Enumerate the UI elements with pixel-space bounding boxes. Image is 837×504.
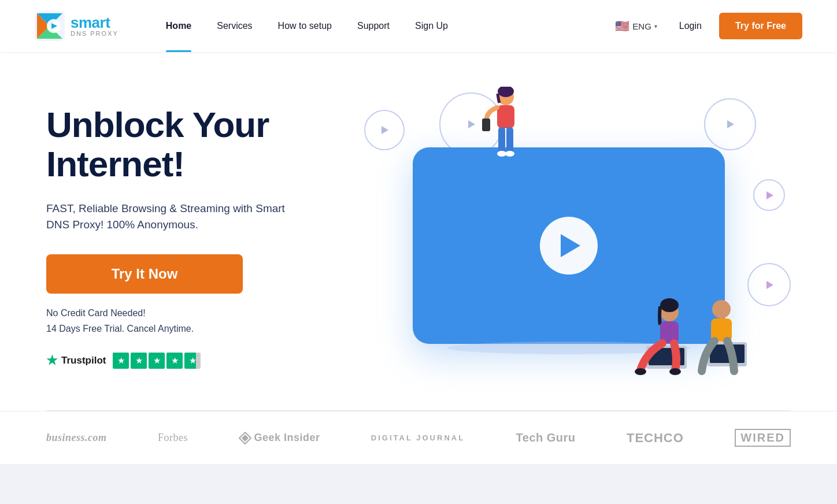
logo-text: smart DNS PROXY bbox=[71, 15, 118, 37]
play-triangle-icon bbox=[561, 234, 580, 257]
login-button[interactable]: Login bbox=[672, 16, 709, 36]
trustpilot-area: ★ Trustpilot ★ ★ ★ ★ ★ bbox=[46, 353, 324, 369]
nav-services[interactable]: Services bbox=[204, 0, 265, 52]
float-circle-2 bbox=[704, 98, 756, 150]
nav-home[interactable]: Home bbox=[153, 0, 204, 52]
mini-play-icon-3 bbox=[766, 191, 773, 199]
trust-stars-bar: ★ ★ ★ ★ ★ bbox=[113, 353, 201, 369]
media-logo-forbes: Forbes bbox=[158, 432, 188, 444]
svg-point-15 bbox=[660, 298, 679, 312]
svg-rect-9 bbox=[482, 118, 490, 131]
svg-rect-8 bbox=[497, 105, 514, 128]
float-circle-3 bbox=[753, 179, 785, 211]
main-nav: Home Services How to setup Support Sign … bbox=[153, 0, 611, 52]
mini-play-icon-1 bbox=[382, 126, 388, 134]
logo-icon bbox=[35, 11, 65, 41]
media-logo-geek-insider: Geek Insider bbox=[239, 432, 320, 444]
media-logo-business: business.com bbox=[46, 432, 107, 444]
svg-point-12 bbox=[497, 151, 506, 157]
people-bottom-illustration bbox=[629, 295, 756, 381]
svg-point-20 bbox=[669, 368, 681, 375]
hero-illustration bbox=[347, 98, 791, 376]
us-flag-icon: 🇺🇸 bbox=[615, 19, 629, 33]
nav-sign-up[interactable]: Sign Up bbox=[402, 0, 461, 52]
star-3: ★ bbox=[149, 353, 165, 369]
logo-brand-name: smart bbox=[71, 15, 118, 30]
hero-section: Unblock Your Internet! FAST, Reliable Br… bbox=[0, 52, 837, 410]
media-logos-bar: business.com Forbes Geek Insider DIGITAL… bbox=[0, 411, 837, 464]
header: smart DNS PROXY Home Services How to set… bbox=[0, 0, 837, 52]
media-logo-techco: TECHCO bbox=[627, 431, 684, 446]
hero-subtitle: FAST, Reliable Browsing & Streaming with… bbox=[46, 201, 289, 234]
svg-point-13 bbox=[505, 151, 514, 157]
media-logo-digital-journal: DIGITAL JOURNAL bbox=[371, 433, 465, 442]
star-4: ★ bbox=[166, 353, 183, 369]
svg-point-21 bbox=[712, 300, 731, 318]
geek-insider-icon bbox=[239, 432, 251, 444]
header-right: 🇺🇸 ENG ▾ Login Try for Free bbox=[610, 13, 802, 39]
lang-label: ENG bbox=[632, 21, 651, 31]
hero-left-content: Unblock Your Internet! FAST, Reliable Br… bbox=[46, 105, 347, 369]
try-it-now-button[interactable]: Try It Now bbox=[46, 254, 243, 294]
hero-title: Unblock Your Internet! bbox=[46, 105, 324, 184]
svg-rect-11 bbox=[506, 127, 513, 153]
star-5-half: ★ bbox=[184, 353, 201, 369]
trustpilot-logo: ★ Trustpilot bbox=[46, 353, 106, 368]
logo-sub-name: DNS PROXY bbox=[71, 31, 118, 37]
star-1: ★ bbox=[113, 353, 129, 369]
svg-marker-26 bbox=[242, 435, 249, 442]
star-2: ★ bbox=[131, 353, 147, 369]
svg-rect-10 bbox=[498, 127, 505, 153]
media-logo-wired: WIRED bbox=[735, 429, 791, 447]
chevron-down-icon: ▾ bbox=[654, 23, 657, 29]
svg-point-19 bbox=[635, 368, 646, 375]
try-free-button[interactable]: Try for Free bbox=[719, 13, 802, 39]
nav-support[interactable]: Support bbox=[345, 0, 402, 52]
trustpilot-star-icon: ★ bbox=[46, 353, 58, 368]
trustpilot-label: Trustpilot bbox=[61, 355, 106, 366]
float-circle-1 bbox=[364, 110, 405, 150]
nav-how-to-setup[interactable]: How to setup bbox=[265, 0, 345, 52]
media-logo-tech-guru: Tech Guru bbox=[516, 431, 576, 444]
play-button[interactable] bbox=[540, 217, 598, 275]
mini-play-icon-2 bbox=[727, 120, 734, 128]
language-selector[interactable]: 🇺🇸 ENG ▾ bbox=[610, 16, 662, 36]
hero-disclaimer: No Credit Card Needed! 14 Days Free Tria… bbox=[46, 305, 324, 336]
mini-play-icon-4 bbox=[766, 281, 773, 289]
logo[interactable]: smart DNS PROXY bbox=[35, 11, 118, 41]
person-top-illustration bbox=[474, 87, 526, 173]
